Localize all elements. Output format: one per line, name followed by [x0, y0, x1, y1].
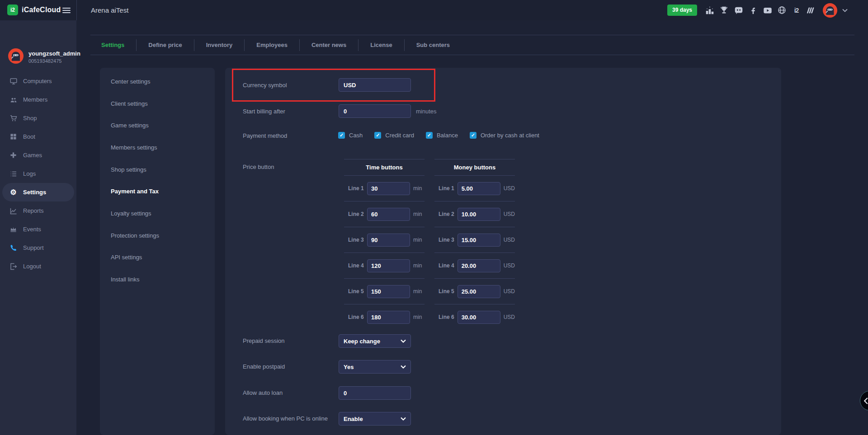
price-button-table: Time buttons Line 1 min Line 2 min Line …: [344, 159, 515, 330]
phone-icon: [9, 244, 17, 251]
gear-icon: [9, 189, 17, 196]
sidebar-item-games[interactable]: Games: [0, 146, 76, 164]
sidebar-item-settings[interactable]: Settings: [2, 183, 74, 201]
time-line-6-input[interactable]: [367, 311, 410, 324]
settings-nav-members-settings[interactable]: Members settings: [100, 136, 215, 159]
money-line-2-input[interactable]: [458, 208, 500, 221]
sidebar-item-label: Computers: [23, 78, 52, 84]
time-line-4-input[interactable]: [367, 259, 410, 272]
table-row: Line 1 min: [344, 176, 425, 201]
tab-center-news[interactable]: Center news: [300, 42, 358, 48]
row-unit: min: [413, 185, 422, 192]
settings-nav-shop-settings[interactable]: Shop settings: [100, 159, 215, 181]
allow-booking-select[interactable]: Enable: [339, 412, 411, 426]
trophy-icon[interactable]: [719, 5, 729, 16]
tab-employees[interactable]: Employees: [245, 42, 299, 48]
tab-inventory[interactable]: Inventory: [194, 42, 245, 48]
topbar-icon-row: [704, 0, 848, 20]
checkbox-checked-icon: [470, 132, 476, 139]
time-line-3-input[interactable]: [367, 234, 410, 247]
user-avatar[interactable]: [823, 3, 837, 18]
icafe-icon[interactable]: [791, 5, 802, 16]
app-logo-text: iCafeCloud: [22, 6, 61, 14]
settings-nav-game-settings[interactable]: Game settings: [100, 114, 215, 136]
sidebar-item-label: Boot: [23, 133, 35, 140]
sidebar-item-support[interactable]: Support: [0, 239, 76, 257]
checkbox-credit-card[interactable]: Credit card: [374, 132, 414, 139]
money-line-3-input[interactable]: [458, 234, 500, 247]
globe-icon[interactable]: [777, 5, 787, 16]
sidebar-item-shop[interactable]: Shop: [0, 109, 76, 127]
tab-define-price[interactable]: Define price: [137, 42, 193, 48]
checkbox-balance[interactable]: Balance: [426, 132, 458, 139]
row-label: Line 4: [348, 262, 367, 269]
sidebar-item-members[interactable]: Members: [0, 90, 76, 109]
settings-nav-panel: Center settings Client settings Game set…: [100, 68, 215, 435]
tab-settings[interactable]: Settings: [90, 42, 136, 48]
youtube-icon[interactable]: [762, 5, 773, 16]
sidebar-item-logs[interactable]: Logs: [0, 164, 76, 183]
checkbox-label: Cash: [349, 132, 363, 139]
table-row: Line 6 min: [344, 304, 425, 330]
tab-license[interactable]: License: [359, 42, 404, 48]
tab-sub-centers[interactable]: Sub centers: [405, 42, 462, 48]
row-unit: min: [413, 262, 422, 269]
discord-icon[interactable]: [733, 5, 744, 16]
money-line-4-input[interactable]: [458, 259, 500, 272]
enable-postpaid-select[interactable]: Yes: [339, 360, 411, 374]
checkbox-label: Credit card: [385, 132, 414, 139]
sidebar: youngzsoft_admin 005193482475 Computers: [0, 20, 76, 435]
user-block[interactable]: youngzsoft_admin 005193482475: [8, 48, 80, 65]
panel-collapse-handle[interactable]: [860, 391, 868, 411]
money-buttons-header: Money buttons: [434, 159, 515, 176]
hamburger-menu-icon[interactable]: [62, 8, 71, 14]
cart-icon: [9, 115, 17, 122]
row-label: Line 3: [439, 237, 458, 243]
sidebar-nav: Computers Members: [0, 72, 76, 276]
settings-nav-loyalty-settings[interactable]: Loyalty settings: [100, 202, 215, 225]
sidebar-item-events[interactable]: Events: [0, 220, 76, 239]
crown-icon: [9, 226, 17, 233]
money-line-1-input[interactable]: [458, 182, 500, 195]
ranking-icon[interactable]: [704, 5, 715, 16]
monitor-icon: [9, 78, 17, 85]
settings-nav-api-settings[interactable]: API settings: [100, 247, 215, 269]
row-label: Line 5: [348, 288, 367, 295]
sidebar-item-computers[interactable]: Computers: [0, 72, 76, 90]
settings-nav-center-settings[interactable]: Center settings: [100, 70, 215, 93]
sidebar-item-label: Events: [23, 226, 41, 233]
table-row: Line 5 min: [344, 279, 425, 304]
logout-icon: [9, 263, 17, 270]
allow-auto-loan-label: Allow auto loan: [243, 389, 283, 396]
prepaid-session-select[interactable]: Keep change: [339, 334, 411, 348]
money-line-5-input[interactable]: [458, 285, 500, 298]
license-days-badge[interactable]: 39 days: [667, 5, 697, 16]
checkbox-order-by-cash-at-client[interactable]: Order by cash at client: [470, 132, 539, 139]
time-line-5-input[interactable]: [367, 285, 410, 298]
sidebar-item-reports[interactable]: Reports: [0, 201, 76, 220]
layers-icon[interactable]: [806, 5, 816, 16]
currency-symbol-input[interactable]: [339, 78, 411, 92]
money-line-6-input[interactable]: [458, 311, 500, 324]
app-logo[interactable]: i2 iCafeCloud: [7, 5, 61, 15]
time-line-1-input[interactable]: [367, 182, 410, 195]
chevron-down-icon: [401, 365, 406, 369]
allow-booking-label: Allow booking when PC is online: [243, 415, 328, 422]
checkbox-cash[interactable]: Cash: [338, 132, 363, 139]
settings-nav-client-settings[interactable]: Client settings: [100, 93, 215, 115]
facebook-icon[interactable]: [748, 5, 758, 16]
time-line-2-input[interactable]: [367, 208, 410, 221]
money-buttons-column: Money buttons Line 1 USD Line 2 USD Line…: [434, 159, 515, 330]
select-value: Yes: [344, 364, 354, 370]
settings-nav-payment-and-tax[interactable]: Payment and Tax: [100, 180, 215, 202]
sidebar-item-logout[interactable]: Logout: [0, 257, 76, 276]
settings-nav-install-links[interactable]: Install links: [100, 268, 215, 290]
checkbox-checked-icon: [426, 132, 433, 139]
settings-nav-protection-settings[interactable]: Protection settings: [100, 225, 215, 247]
start-billing-input[interactable]: [339, 104, 411, 118]
allow-auto-loan-input[interactable]: [339, 386, 411, 400]
chevron-down-icon[interactable]: [842, 9, 848, 12]
table-row: Line 2 USD: [434, 201, 515, 227]
prepaid-session-label: Prepaid session: [243, 337, 285, 344]
sidebar-item-boot[interactable]: Boot: [0, 127, 76, 146]
